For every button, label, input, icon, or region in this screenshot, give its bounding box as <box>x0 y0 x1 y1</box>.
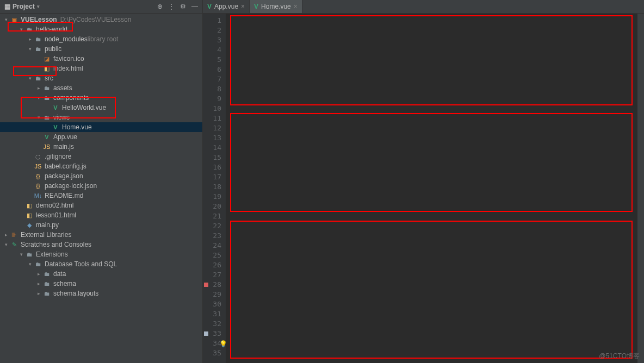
line-number[interactable]: 25 <box>203 251 221 260</box>
tree-node[interactable]: ◧ lesson01.html <box>0 210 202 220</box>
tree-node[interactable]: M↓ README.md <box>0 191 202 201</box>
code-line[interactable] <box>231 16 637 26</box>
editor-tab[interactable]: V App.vue × <box>203 0 250 13</box>
line-number[interactable]: 19 <box>203 192 221 202</box>
line-number[interactable]: 20 <box>203 202 221 211</box>
tree-node[interactable]: ◪ favicon.ico <box>0 54 202 64</box>
line-number[interactable]: 15 <box>203 153 221 162</box>
code-line[interactable] <box>231 26 637 35</box>
line-number[interactable]: 31 <box>203 309 221 319</box>
gutter: 1234567891011121314151617181920212223242… <box>203 14 226 363</box>
tree-node[interactable]: ▸ 🖿 schema.layouts <box>0 289 202 298</box>
tree-node[interactable]: {} package-lock.json <box>0 181 202 191</box>
expand-arrow[interactable]: ▾ <box>35 95 42 101</box>
tree-node[interactable]: V Home.vue <box>0 122 202 132</box>
project-tree[interactable]: ▾▣ VUELesson D:\PyCodes\VUELesson ▾ 🖿 he… <box>0 14 202 363</box>
line-number[interactable]: 5 <box>203 55 221 65</box>
line-number[interactable]: 35 <box>203 348 221 358</box>
expand-arrow[interactable]: ▸ <box>35 271 42 277</box>
line-number[interactable]: 13 <box>203 133 221 143</box>
code-line[interactable]: <span class="t-attr">scoped</span><span … <box>231 55 637 65</box>
line-number[interactable]: 14 <box>203 143 221 153</box>
tree-node[interactable]: ▾ 🖿 hello-world <box>0 24 202 34</box>
line-number[interactable]: 21 <box>203 211 221 221</box>
line-number[interactable]: 9 <box>203 94 221 104</box>
line-number[interactable]: 3 <box>203 35 221 45</box>
close-icon[interactable]: × <box>241 3 245 10</box>
expand-arrow[interactable]: ▾ <box>35 115 42 120</box>
tree-node[interactable]: JS main.js <box>0 142 202 152</box>
line-number[interactable]: 6 <box>203 65 221 74</box>
vertical-scrollbar[interactable] <box>637 14 644 363</box>
line-number[interactable]: 1 <box>203 16 221 26</box>
code-editor[interactable]: </span></div><div class="line" data-name… <box>226 14 637 363</box>
tree-node[interactable]: ▸ 🖿 assets <box>0 83 202 93</box>
line-number[interactable]: 27 <box>203 270 221 280</box>
minimize-icon[interactable]: — <box>191 3 198 10</box>
sidebar-title[interactable]: ▦ Project ▾ <box>4 3 40 10</box>
tree-node[interactable]: ▾ 🖿 Extensions <box>0 249 202 259</box>
code-line[interactable]: </span></div><div class="line" data-name… <box>231 35 637 45</box>
tree-node[interactable]: V App.vue <box>0 132 202 142</box>
tree-node[interactable]: ◆ main.py <box>0 220 202 230</box>
line-number[interactable]: 32 <box>203 319 221 329</box>
tree-node[interactable]: ▾ 🖿 components <box>0 93 202 103</box>
line-number[interactable]: 29 <box>203 290 221 299</box>
tree-root[interactable]: ▾▣ VUELesson D:\PyCodes\VUELesson <box>0 15 202 24</box>
expand-arrow[interactable]: ▸ <box>26 36 34 42</box>
tree-node[interactable]: ◧ index.html <box>0 64 202 73</box>
line-number[interactable]: 8 <box>203 84 221 94</box>
code-line[interactable] <box>231 45 637 55</box>
tree-node[interactable]: ▾ 🖿 Database Tools and SQL <box>0 259 202 269</box>
line-number[interactable]: 23 <box>203 231 221 241</box>
line-number[interactable]: 12 <box>203 123 221 133</box>
tree-node[interactable]: ▸ 🖿 schema <box>0 279 202 289</box>
line-number[interactable]: 18 <box>203 182 221 192</box>
tree-node[interactable]: ◌ .gitignore <box>0 152 202 161</box>
tree-node[interactable]: ▾ 🖿 src <box>0 73 202 83</box>
tree-node[interactable]: ▸ 🖿 node_modules library root <box>0 34 202 44</box>
tree-external-libs[interactable]: ▸⊪External Libraries <box>0 230 202 240</box>
expand-arrow[interactable]: ▾ <box>17 252 25 257</box>
line-number[interactable]: 30 <box>203 299 221 309</box>
filter-icon[interactable]: ⋮ <box>168 3 175 10</box>
tree-node[interactable]: ◧ demo02.html <box>0 201 202 210</box>
gear-icon[interactable]: ⚙ <box>180 3 186 10</box>
tree-scratches[interactable]: ▾✎Scratches and Consoles <box>0 240 202 249</box>
line-number[interactable]: 2 <box>203 26 221 35</box>
expand-arrow[interactable]: ▾ <box>26 76 34 81</box>
close-icon[interactable]: × <box>294 3 298 10</box>
tree-label: main.py <box>36 221 59 229</box>
line-number[interactable]: 10 <box>203 104 221 114</box>
vue-icon: V <box>207 3 212 10</box>
line-number[interactable]: 22 <box>203 221 221 231</box>
tree-node[interactable]: ▾ 🖿 public <box>0 44 202 54</box>
line-number[interactable]: 7 <box>203 74 221 84</box>
tree-label: HelloWorld.vue <box>62 104 106 111</box>
line-number[interactable]: 💡34 <box>203 339 221 348</box>
line-number[interactable]: 11 <box>203 114 221 123</box>
expand-arrow[interactable]: ▾ <box>26 46 34 52</box>
expand-arrow[interactable]: ▾ <box>17 27 25 32</box>
tree-label: data <box>53 270 66 278</box>
expand-arrow[interactable]: ▾ <box>26 261 34 267</box>
tab-label: Home.vue <box>261 3 291 10</box>
tree-node[interactable]: {} package.json <box>0 171 202 181</box>
line-number[interactable]: 16 <box>203 162 221 172</box>
line-number[interactable]: 33 <box>203 329 221 339</box>
target-icon[interactable]: ⊕ <box>157 3 163 10</box>
expand-arrow[interactable]: ▸ <box>35 291 42 296</box>
expand-arrow[interactable]: ▸ <box>35 85 42 91</box>
line-number[interactable]: 24 <box>203 241 221 251</box>
line-number[interactable]: 17 <box>203 172 221 182</box>
tree-node[interactable]: ▸ 🖿 data <box>0 269 202 279</box>
line-number[interactable]: 26 <box>203 260 221 270</box>
tree-node[interactable]: JS babel.config.js <box>0 161 202 171</box>
tree-node[interactable]: ▾ 🖿 views <box>0 112 202 122</box>
line-number[interactable]: 4 <box>203 45 221 55</box>
editor-tab[interactable]: V Home.vue × <box>250 0 302 13</box>
dropdown-icon[interactable]: ▾ <box>37 4 40 9</box>
line-number[interactable]: 28 <box>203 280 221 290</box>
tree-node[interactable]: V HelloWorld.vue <box>0 103 202 112</box>
expand-arrow[interactable]: ▸ <box>35 281 42 286</box>
